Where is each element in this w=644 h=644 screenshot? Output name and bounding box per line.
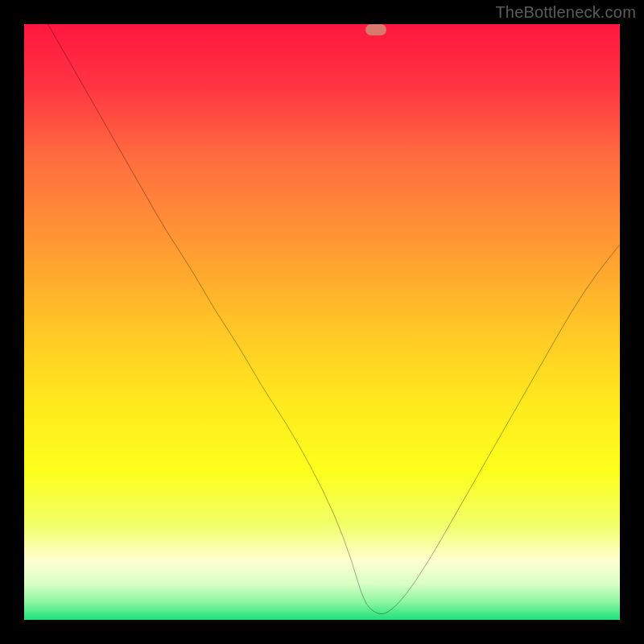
watermark-text: TheBottleneck.com [495,3,636,22]
plot-area [24,24,620,620]
chart-frame: TheBottleneck.com [0,0,644,644]
bottleneck-curve [24,24,620,620]
optimal-marker [365,24,386,35]
